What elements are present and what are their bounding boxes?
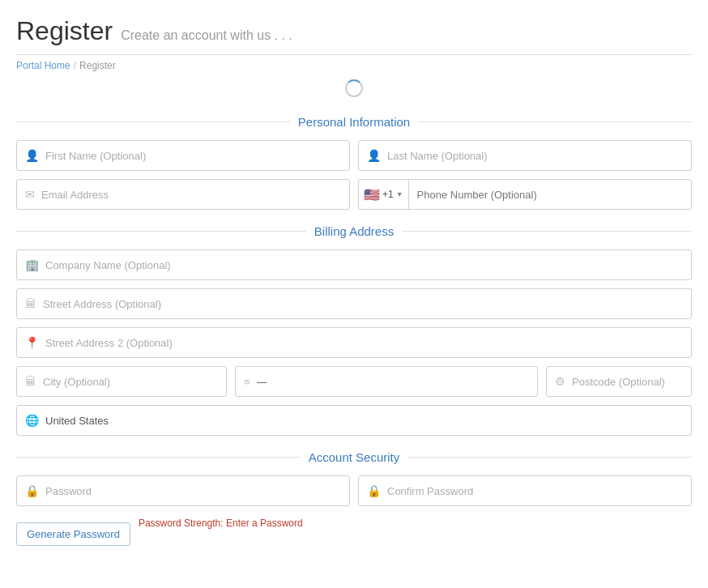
loading-spinner-area [16, 71, 692, 100]
password-input[interactable] [45, 485, 341, 497]
city-wrapper: 🏛 [16, 366, 227, 397]
country-wrapper: 🌐 United States Canada United Kingdom [16, 405, 692, 436]
confirm-password-input[interactable] [387, 485, 683, 497]
phone-caret-icon: ▼ [396, 190, 403, 198]
confirm-password-wrapper: 🔒 [358, 475, 692, 506]
email-input[interactable] [41, 189, 341, 201]
phone-field-wrapper: 🇺🇸 +1 ▼ [358, 179, 692, 210]
strength-label: Password Strength: Enter a Password [139, 518, 692, 529]
globe-icon: 🌐 [25, 414, 39, 427]
person-icon: 👤 [25, 149, 39, 162]
city-icon: 🏛 [25, 375, 36, 388]
company-wrapper: 🏢 [16, 249, 692, 280]
spinner-icon [345, 79, 363, 97]
person-icon-2: 👤 [367, 149, 381, 162]
phone-country-select[interactable]: 🇺🇸 +1 ▼ [359, 180, 409, 209]
state-icon: ≡ [244, 376, 250, 388]
street2-input[interactable] [45, 337, 683, 349]
generate-password-button[interactable]: Generate Password [16, 522, 130, 546]
first-name-input[interactable] [45, 150, 341, 162]
lock-icon: 🔒 [25, 484, 39, 497]
password-bottom-row: Generate Password Password Strength: Ent… [16, 514, 692, 546]
postcode-wrapper: ⚙ [546, 366, 692, 397]
postcode-input[interactable] [572, 376, 683, 388]
email-wrapper: ✉ [16, 179, 350, 210]
phone-row: 🇺🇸 +1 ▼ [358, 179, 692, 210]
last-name-field: 👤 [358, 140, 692, 171]
first-name-field: 👤 [16, 140, 350, 171]
last-name-input[interactable] [387, 150, 683, 162]
confirm-password-field-wrapper: 🔒 [358, 475, 692, 506]
city-field-wrapper: 🏛 [16, 366, 227, 397]
last-name-wrapper: 👤 [358, 140, 692, 171]
street-input[interactable] [43, 298, 683, 310]
country-select[interactable]: United States Canada United Kingdom [45, 415, 683, 427]
billing-section-divider: Billing Address [16, 224, 692, 238]
password-row: 🔒 🔒 [16, 475, 692, 506]
breadcrumb-separator: / [74, 60, 76, 71]
city-state-postcode-row: 🏛 ≡ — AL CA NY TX ⚙ [16, 366, 692, 397]
state-wrapper: ≡ — AL CA NY TX [235, 366, 538, 397]
lock-icon-2: 🔒 [367, 484, 381, 497]
password-wrapper: 🔒 [16, 475, 350, 506]
street2-wrapper: 📍 [16, 327, 692, 358]
personal-section-divider: Personal Information [16, 115, 692, 129]
password-strength-area: Password Strength: Enter a Password [139, 514, 692, 529]
street-wrapper: 🏛 [16, 288, 692, 319]
breadcrumb: Portal Home / Register [16, 60, 692, 71]
company-input[interactable] [45, 259, 683, 271]
company-field-container: 🏢 [16, 249, 692, 280]
building-icon: 🏢 [25, 258, 39, 271]
street-icon: 🏛 [25, 297, 36, 310]
street-field-container: 🏛 [16, 288, 692, 319]
breadcrumb-home-link[interactable]: Portal Home [16, 60, 70, 71]
breadcrumb-current: Register [79, 60, 116, 71]
phone-code: +1 [382, 189, 394, 200]
password-field-wrapper: 🔒 [16, 475, 350, 506]
email-icon: ✉ [25, 188, 35, 201]
first-name-wrapper: 👤 [16, 140, 350, 171]
pin-icon: 📍 [25, 336, 39, 349]
city-input[interactable] [43, 376, 218, 388]
security-section-divider: Account Security [16, 450, 692, 464]
page-title-main: Register [16, 16, 113, 46]
name-row: 👤 👤 [16, 140, 692, 171]
street2-field-container: 📍 [16, 327, 692, 358]
security-section-title: Account Security [309, 450, 400, 464]
phone-input[interactable] [409, 189, 691, 201]
personal-section-title: Personal Information [298, 115, 410, 129]
email-field-wrapper: ✉ [16, 179, 350, 210]
state-select[interactable]: — AL CA NY TX [257, 376, 529, 388]
billing-section-title: Billing Address [314, 224, 394, 238]
us-flag-icon: 🇺🇸 [364, 187, 380, 202]
gear-icon: ⚙ [555, 375, 565, 388]
page-title-sub: Create an account with us . . . [121, 28, 292, 43]
email-phone-row: ✉ 🇺🇸 +1 ▼ [16, 179, 692, 210]
generate-password-area: Generate Password [16, 514, 130, 546]
